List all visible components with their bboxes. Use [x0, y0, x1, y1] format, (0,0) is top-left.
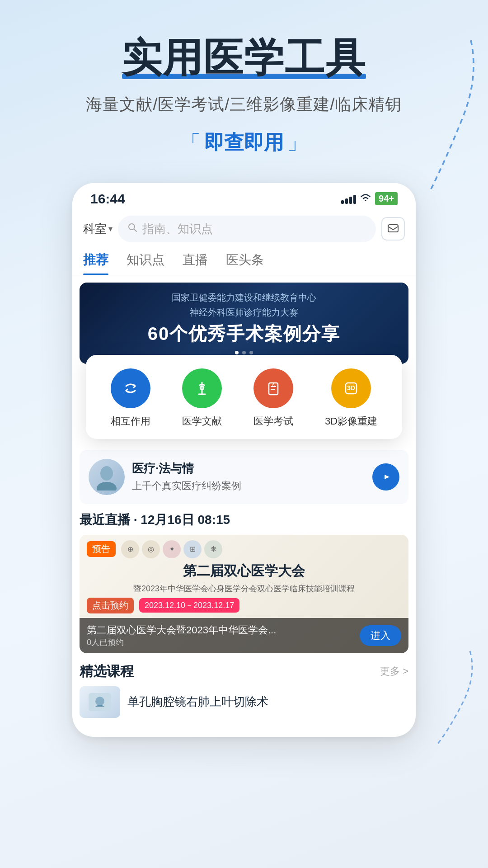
svg-point-0: [129, 224, 135, 230]
search-input-area[interactable]: 指南、知识点: [118, 216, 376, 242]
live-badge: 预告: [87, 541, 116, 557]
phone-container: 16:44 94+: [0, 174, 488, 746]
exam-icon: A: [253, 368, 293, 408]
department-label: 科室: [83, 221, 107, 237]
courses-more-link[interactable]: 更多 >: [380, 665, 408, 678]
tagline-text: 即查即用: [204, 129, 284, 156]
law-card-title: 医疗·法与情: [132, 461, 365, 476]
tool-interaction[interactable]: 相互作用: [111, 368, 150, 428]
live-logos: ⊕ ◎ ✦ ⊞ ❋: [121, 540, 222, 558]
tool-literature[interactable]: 医学文献: [182, 368, 222, 428]
live-event-title: 第二届双心医学大会: [87, 562, 401, 583]
course-item[interactable]: 单孔胸腔镜右肺上叶切除术: [72, 681, 416, 723]
banner-main-text: 60个优秀手术案例分享: [148, 321, 341, 346]
banner-area: 国家卫健委能力建设和继续教育中心 神经外科医师诊疗能力大赛 60个优秀手术案例分…: [80, 283, 408, 364]
tab-live[interactable]: 直播: [183, 251, 208, 275]
svg-point-11: [100, 466, 113, 481]
play-button[interactable]: [372, 463, 399, 491]
search-bar-row: 科室 ▾ 指南、知识点: [72, 210, 416, 248]
phone-mockup: 16:44 94+: [72, 183, 416, 737]
nav-tabs: 推荐 知识点 直播 医头条: [72, 248, 416, 275]
tagline-bracket-open: 「: [181, 129, 201, 156]
reserve-count: 0人已预约: [87, 637, 276, 648]
live-event-subtitle: 暨2023年中华医学会心身医学分会双心医学临床技能培训课程: [87, 583, 401, 598]
status-icons: 94+: [341, 192, 398, 205]
svg-point-2: [120, 377, 141, 399]
hero-tagline: 「 即查即用 」: [181, 129, 307, 156]
3d-icon: 3D: [331, 368, 371, 408]
message-icon[interactable]: [381, 217, 405, 241]
tool-exam-label: 医学考试: [253, 415, 293, 428]
battery-icon: 94+: [375, 192, 398, 205]
status-bar: 16:44 94+: [72, 183, 416, 210]
svg-point-12: [97, 482, 117, 491]
tagline-bracket-close: 」: [287, 129, 307, 156]
literature-icon: [182, 368, 222, 408]
law-card-desc: 上千个真实医疗纠纷案例: [132, 479, 365, 493]
courses-section: 精选课程 更多 >: [72, 653, 416, 681]
tab-news[interactable]: 医头条: [226, 251, 264, 275]
svg-point-5: [263, 377, 284, 399]
reserve-btn[interactable]: 点击预约: [87, 598, 134, 613]
live-bottom-title: 第二届双心医学大会暨2023年中华医学会...: [87, 623, 276, 637]
live-date-badge: 2023.12.10－2023.12.17: [139, 598, 239, 613]
tool-interaction-label: 相互作用: [111, 415, 150, 428]
law-card-text: 医疗·法与情 上千个真实医疗纠纷案例: [132, 461, 365, 493]
tool-3d[interactable]: 3D 3D影像重建: [325, 368, 377, 428]
tool-literature-label: 医学文献: [182, 415, 222, 428]
chevron-down-icon: ▾: [108, 224, 113, 234]
courses-title: 精选课程: [80, 662, 134, 681]
banner-dots: [235, 351, 253, 354]
tab-knowledge[interactable]: 知识点: [127, 251, 164, 275]
enter-button[interactable]: 进入: [360, 625, 401, 646]
tab-recommend[interactable]: 推荐: [83, 251, 108, 275]
live-card[interactable]: 预告 ⊕ ◎ ✦ ⊞ ❋ 第二届双心医学大会 暨2023年中华医学会心身医学分会…: [80, 535, 408, 653]
tool-card: 相互作用 医学文献: [86, 355, 402, 439]
tool-exam[interactable]: A 医学考试: [253, 368, 293, 428]
wifi-icon: [360, 193, 371, 205]
svg-point-15: [95, 697, 104, 706]
live-section-header: 最近直播 · 12月16日 08:15: [80, 511, 408, 528]
course-name: 单孔胸腔镜右肺上叶切除术: [127, 694, 268, 710]
search-icon: [127, 222, 138, 236]
course-thumbnail: [80, 686, 120, 718]
svg-text:A: A: [272, 382, 275, 387]
banner-top-text2: 神经外科医师诊疗能力大赛: [190, 307, 298, 319]
avatar: [89, 459, 125, 495]
banner-top-text1: 国家卫健委能力建设和继续教育中心: [172, 292, 316, 304]
signal-bars-icon: [341, 194, 356, 204]
svg-text:3D: 3D: [347, 384, 355, 392]
tool-3d-label: 3D影像重建: [325, 415, 377, 428]
content-area: 医疗·法与情 上千个真实医疗纠纷案例 最近直播 · 12月16日 08:15 预…: [72, 439, 416, 653]
live-card-bottom: 第二届双心医学大会暨2023年中华医学会... 0人已预约 进入: [80, 618, 408, 653]
interaction-icon: [111, 368, 150, 408]
medical-law-card[interactable]: 医疗·法与情 上千个真实医疗纠纷案例: [80, 450, 408, 504]
department-filter-btn[interactable]: 科室 ▾: [83, 221, 113, 237]
search-placeholder: 指南、知识点: [142, 221, 213, 237]
hero-section: 实用医学工具 海量文献/医学考试/三维影像重建/临床精钥 「 即查即用 」: [0, 0, 488, 174]
svg-rect-1: [388, 225, 398, 232]
status-time: 16:44: [90, 191, 125, 207]
